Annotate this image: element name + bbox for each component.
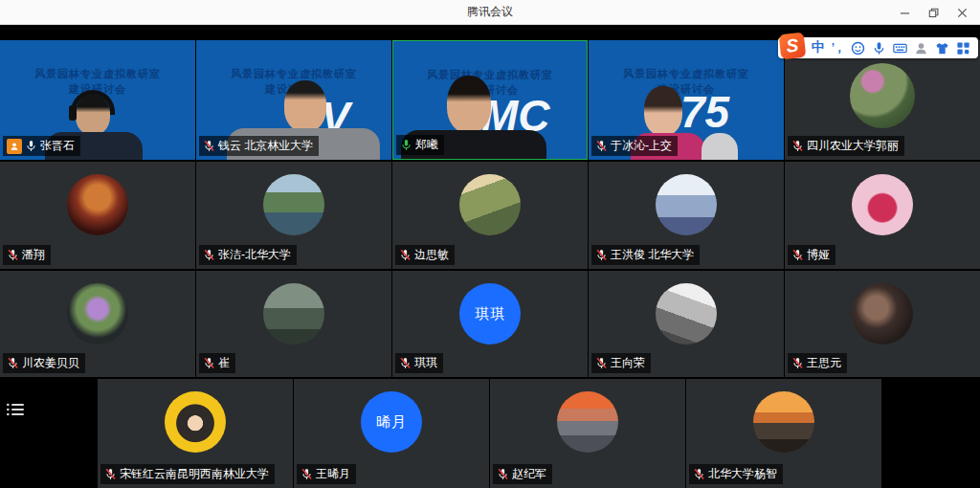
- participant-name-tag: 张洁-北华大学: [199, 245, 297, 265]
- participant-name-tag: 王洪俊 北华大学: [591, 245, 700, 265]
- participant-name: 宋钰红云南昆明西南林业大学: [120, 466, 269, 482]
- ime-lang-toggle[interactable]: 中: [812, 39, 825, 56]
- participant-name-tag: 张晋石: [3, 136, 80, 156]
- participant-name-tag: 北华大学杨智: [689, 464, 783, 484]
- avatar: [852, 283, 913, 344]
- mic-muted-icon: [399, 249, 412, 261]
- avatar: [557, 391, 618, 453]
- keyboard-icon[interactable]: [893, 41, 907, 55]
- participant-name-tag: 博娅: [788, 245, 835, 265]
- avatar: [165, 391, 226, 453]
- participant-name-tag: 川农姜贝贝: [3, 353, 85, 373]
- participant-name: 北华大学杨智: [708, 466, 777, 482]
- participant-name: 王思元: [807, 355, 841, 371]
- tile-wangsiyuan[interactable]: 王思元: [785, 271, 980, 377]
- tile-panxiang[interactable]: 潘翔: [0, 162, 195, 269]
- mic-muted-icon: [791, 140, 804, 152]
- close-button[interactable]: [947, 0, 976, 25]
- tile-zhangjinshi[interactable]: 风景园林专业虚拟教研室 建设研讨会 张晋石: [0, 40, 195, 160]
- minimize-button[interactable]: [890, 0, 919, 25]
- avatar: [459, 174, 521, 235]
- account-icon[interactable]: [914, 41, 928, 55]
- window-title: 腾讯会议: [467, 4, 513, 20]
- mic-muted-icon: [595, 357, 608, 369]
- tile-wangxiangrong[interactable]: 王向荣: [589, 271, 784, 377]
- slide-line1: 风景园林专业虚拟教研室: [0, 66, 195, 81]
- slide-line1: 风景园林专业虚拟教研室: [589, 66, 784, 81]
- participant-name-tag: 宋钰红云南昆明西南林业大学: [100, 464, 275, 484]
- mic-muted-icon: [7, 249, 19, 261]
- member-list-toggle[interactable]: [6, 402, 29, 421]
- participant-name: 王洪俊 北华大学: [611, 247, 694, 263]
- person-sleeve: [702, 133, 738, 160]
- participant-name: 张洁-北华大学: [218, 247, 291, 263]
- mic-muted-icon: [791, 357, 804, 369]
- person-silhouette: [644, 86, 682, 136]
- avatar: [263, 174, 324, 235]
- person-silhouette: [284, 80, 326, 132]
- sogou-logo-icon[interactable]: S: [778, 33, 806, 60]
- tile-cui[interactable]: 崔: [196, 271, 391, 377]
- participant-name-tag: 崔: [199, 353, 235, 373]
- tile-zhengxi[interactable]: 风景园林专业虚拟教研室 建设研讨会 MC 郑曦: [392, 40, 588, 160]
- participant-name: 钱云 北京林业大学: [218, 138, 313, 154]
- participant-name: 四川农业大学郭丽: [807, 138, 899, 154]
- host-badge-icon: [7, 139, 22, 154]
- video-grid: 风景园林专业虚拟教研室 建设研讨会 张晋石 风景园林专业虚拟教研室 建设研讨会 …: [0, 25, 980, 488]
- tile-wanghongjun[interactable]: 王洪俊 北华大学: [589, 162, 784, 269]
- participant-name: 郑曦: [415, 137, 438, 153]
- restore-button[interactable]: [919, 0, 947, 25]
- titlebar: 腾讯会议: [0, 0, 980, 25]
- mic-muted-icon: [203, 357, 215, 369]
- participant-name: 川农姜贝贝: [22, 355, 79, 371]
- mic-muted-icon: [7, 357, 19, 369]
- avatar: [753, 391, 814, 453]
- participant-name: 于冰沁-上交: [611, 138, 672, 154]
- participant-name-tag: 四川农业大学郭丽: [788, 136, 904, 156]
- toolbox-icon[interactable]: [956, 41, 970, 55]
- skin-icon[interactable]: [935, 41, 949, 55]
- mic-muted-icon: [595, 249, 608, 261]
- mic-muted-icon: [301, 468, 313, 480]
- tile-biansimin[interactable]: 边思敏: [392, 162, 588, 269]
- tile-wangxiyue[interactable]: 晞月 王晞月: [294, 379, 489, 488]
- tile-qianyun[interactable]: 风景园林专业虚拟教研室 建设研讨会 V 钱云 北京林业大学: [196, 40, 391, 160]
- member-list-icon: [6, 402, 25, 417]
- tencent-meeting-window: 腾讯会议 风景园林专业虚拟教研室 建设研讨会 张晋石: [0, 0, 980, 488]
- avatar: [656, 174, 717, 235]
- tile-zhaojijun[interactable]: 赵纪军: [490, 379, 685, 488]
- avatar-initials: 晞月: [361, 391, 422, 453]
- emoji-icon[interactable]: [851, 41, 865, 55]
- voice-input-icon[interactable]: [872, 41, 886, 55]
- ime-toolbar: S 中 ’，: [778, 37, 978, 58]
- tile-yubingqin[interactable]: 风景园林专业虚拟教研室 建设研讨会 75 于冰沁-上交: [589, 40, 784, 160]
- tile-yangzhi[interactable]: 北华大学杨智: [686, 379, 881, 488]
- ime-punct-toggle[interactable]: ’，: [832, 40, 844, 56]
- mic-muted-icon: [104, 468, 117, 480]
- avatar: [850, 63, 915, 128]
- participant-name-tag: 琪琪: [395, 353, 443, 373]
- participant-name-tag: 边思敏: [395, 245, 455, 265]
- avatar: [656, 283, 717, 344]
- participant-name-tag: 王向荣: [591, 353, 651, 373]
- avatar: [852, 174, 913, 235]
- participant-name: 边思敏: [414, 247, 449, 263]
- participant-name: 琪琪: [414, 355, 437, 371]
- tile-jiangbeibei[interactable]: 川农姜贝贝: [0, 271, 195, 377]
- participant-name: 博娅: [807, 247, 830, 263]
- avatar-initials: 琪琪: [459, 283, 521, 344]
- avatar: [67, 174, 128, 235]
- mic-muted-icon: [203, 140, 215, 152]
- participant-name: 崔: [218, 355, 230, 371]
- participant-name: 赵纪军: [512, 466, 546, 482]
- window-controls: [890, 0, 976, 25]
- participant-name-tag: 王思元: [788, 353, 847, 373]
- tile-boya[interactable]: 博娅: [785, 162, 980, 269]
- mic-active-icon: [400, 139, 412, 151]
- mic-muted-icon: [399, 357, 412, 369]
- tile-zhangjie[interactable]: 张洁-北华大学: [196, 162, 391, 269]
- tile-songyuhong[interactable]: 宋钰红云南昆明西南林业大学: [98, 379, 293, 488]
- slide-watermark: 75: [680, 90, 729, 134]
- tile-qiqi[interactable]: 琪琪 琪琪: [392, 271, 588, 377]
- slide-line1: 风景园林专业虚拟教研室: [393, 67, 587, 82]
